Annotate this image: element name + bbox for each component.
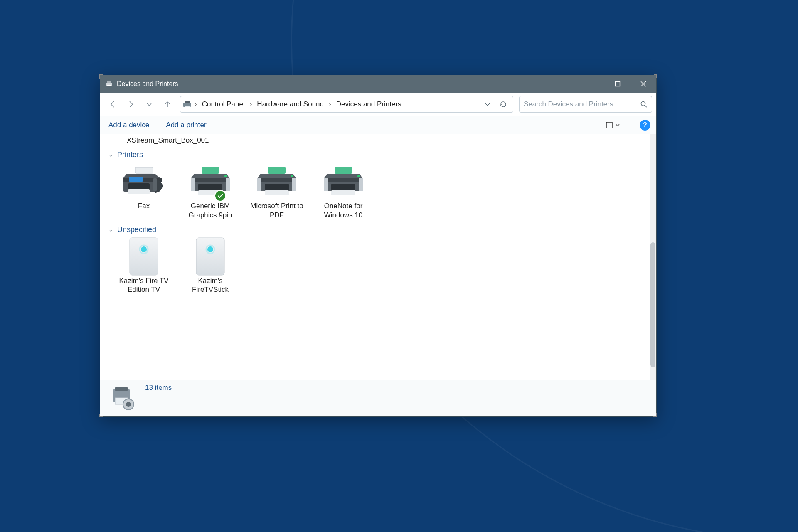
printer-icon bbox=[187, 163, 233, 200]
search-input[interactable] bbox=[524, 100, 640, 108]
svg-rect-13 bbox=[135, 167, 153, 173]
box-icon bbox=[121, 238, 167, 275]
section-title-unspecified: Unspecified bbox=[117, 225, 156, 234]
chevron-right-icon[interactable]: › bbox=[193, 99, 199, 110]
devices-printers-window: Devices and Printers bbox=[100, 75, 657, 417]
svg-point-21 bbox=[224, 175, 227, 177]
section-header-printers[interactable]: ⌄ Printers bbox=[108, 150, 648, 159]
chevron-down-icon: ⌄ bbox=[108, 152, 113, 158]
search-icon[interactable] bbox=[640, 101, 648, 108]
refresh-button[interactable] bbox=[496, 97, 510, 111]
svg-rect-20 bbox=[191, 178, 230, 182]
svg-rect-37 bbox=[331, 190, 355, 195]
help-button[interactable]: ? bbox=[640, 120, 650, 131]
content-area: XStream_Smart_Box_001 ⌄ Printers Fax Gen… bbox=[100, 134, 656, 380]
device-item[interactable]: Microsoft Print to PDF bbox=[246, 162, 308, 219]
svg-rect-32 bbox=[292, 178, 296, 191]
device-item[interactable]: OneNote for Windows 10 bbox=[312, 162, 374, 219]
status-bar: 13 items bbox=[100, 380, 656, 416]
device-label: OneNote for Windows 10 bbox=[312, 202, 374, 219]
view-options-button[interactable] bbox=[603, 120, 622, 131]
svg-rect-40 bbox=[130, 238, 158, 275]
svg-rect-39 bbox=[359, 178, 363, 191]
navigation-row: › Control Panel › Hardware and Sound › D… bbox=[100, 93, 656, 116]
up-button[interactable] bbox=[159, 96, 176, 113]
device-item[interactable]: Fax bbox=[113, 162, 175, 219]
device-label: Generic IBM Graphics 9pin bbox=[179, 202, 241, 219]
status-item-count: 13 items bbox=[145, 384, 172, 392]
svg-point-10 bbox=[641, 102, 645, 106]
svg-rect-8 bbox=[185, 101, 190, 103]
svg-rect-26 bbox=[268, 167, 286, 174]
svg-rect-2 bbox=[107, 85, 111, 86]
svg-rect-15 bbox=[129, 177, 143, 182]
device-label: Kazim's FireTVStick bbox=[179, 276, 241, 294]
device-item[interactable]: Generic IBM Graphics 9pin bbox=[179, 162, 241, 219]
svg-rect-17 bbox=[128, 189, 150, 194]
maximize-button[interactable] bbox=[605, 75, 631, 93]
chevron-right-icon[interactable]: › bbox=[327, 99, 333, 110]
close-button[interactable] bbox=[631, 75, 656, 93]
svg-rect-19 bbox=[202, 167, 219, 174]
svg-rect-12 bbox=[606, 122, 612, 128]
section-header-unspecified[interactable]: ⌄ Unspecified bbox=[108, 225, 648, 234]
device-label: Microsoft Print to PDF bbox=[246, 202, 308, 219]
breadcrumb-hardware-sound[interactable]: Hardware and Sound bbox=[255, 99, 325, 110]
device-label-leftover[interactable]: XStream_Smart_Box_001 bbox=[127, 136, 185, 145]
devices-category-icon bbox=[108, 384, 138, 413]
address-dropdown-button[interactable] bbox=[480, 97, 495, 111]
search-box[interactable] bbox=[519, 96, 652, 113]
svg-rect-24 bbox=[191, 178, 195, 191]
svg-rect-33 bbox=[335, 167, 352, 174]
add-printer-button[interactable]: Add a printer bbox=[163, 118, 209, 132]
chevron-down-icon bbox=[616, 123, 620, 127]
control-panel-icon bbox=[183, 101, 191, 108]
devices-printers-icon bbox=[105, 80, 113, 88]
svg-rect-31 bbox=[257, 178, 261, 191]
svg-point-50 bbox=[126, 402, 131, 407]
svg-rect-47 bbox=[115, 387, 128, 391]
breadcrumb-devices-printers[interactable]: Devices and Printers bbox=[335, 99, 403, 110]
default-check-icon bbox=[214, 190, 226, 202]
printer-icon bbox=[320, 163, 366, 200]
svg-rect-1 bbox=[107, 81, 111, 83]
box-icon bbox=[187, 238, 233, 275]
svg-point-41 bbox=[141, 246, 147, 252]
svg-rect-27 bbox=[257, 178, 296, 182]
chevron-right-icon[interactable]: › bbox=[248, 99, 254, 110]
svg-point-35 bbox=[357, 175, 360, 177]
svg-rect-34 bbox=[324, 178, 363, 182]
svg-point-44 bbox=[207, 246, 213, 252]
scrollbar-thumb[interactable] bbox=[650, 242, 655, 367]
svg-rect-38 bbox=[324, 178, 328, 191]
device-label: Fax bbox=[138, 202, 150, 210]
printer-icon bbox=[254, 163, 300, 200]
titlebar[interactable]: Devices and Printers bbox=[100, 75, 656, 93]
svg-rect-9 bbox=[185, 106, 190, 107]
back-button[interactable] bbox=[104, 96, 121, 113]
section-title-printers: Printers bbox=[117, 150, 143, 159]
svg-rect-18 bbox=[153, 178, 157, 191]
minimize-button[interactable] bbox=[579, 75, 605, 93]
svg-line-11 bbox=[645, 106, 647, 108]
command-bar: Add a device Add a printer ? bbox=[100, 116, 656, 134]
window-title: Devices and Printers bbox=[117, 80, 178, 88]
svg-rect-30 bbox=[265, 190, 289, 195]
device-item[interactable]: Kazim's FireTVStick bbox=[179, 236, 241, 294]
svg-point-28 bbox=[291, 175, 293, 177]
unspecified-grid: Kazim's Fire TV Edition TV Kazim's FireT… bbox=[113, 236, 648, 294]
svg-rect-4 bbox=[616, 82, 620, 86]
svg-rect-25 bbox=[226, 178, 230, 191]
chevron-down-icon: ⌄ bbox=[108, 227, 113, 233]
device-label: Kazim's Fire TV Edition TV bbox=[113, 276, 175, 294]
add-device-button[interactable]: Add a device bbox=[106, 118, 152, 132]
printers-grid: Fax Generic IBM Graphics 9pin Microsoft … bbox=[113, 162, 648, 219]
device-item[interactable]: Kazim's Fire TV Edition TV bbox=[113, 236, 175, 294]
breadcrumb-control-panel[interactable]: Control Panel bbox=[200, 99, 246, 110]
fax-icon bbox=[121, 163, 167, 200]
forward-button[interactable] bbox=[123, 96, 139, 113]
svg-rect-43 bbox=[196, 238, 224, 275]
recent-locations-button[interactable] bbox=[141, 96, 158, 113]
address-bar[interactable]: › Control Panel › Hardware and Sound › D… bbox=[180, 96, 513, 113]
